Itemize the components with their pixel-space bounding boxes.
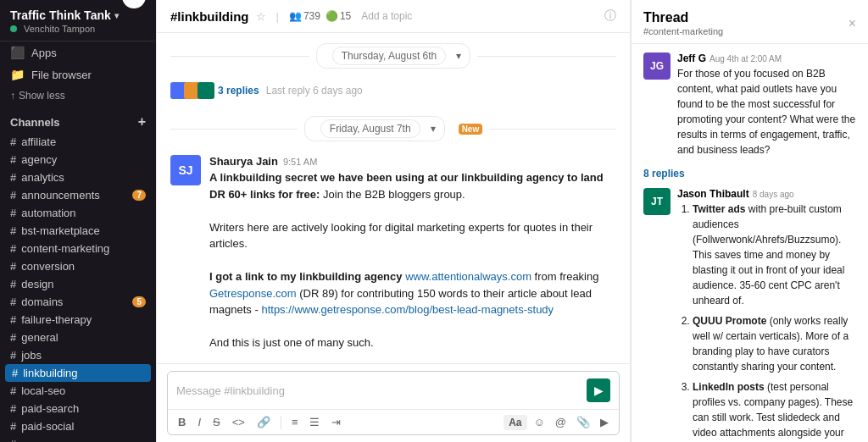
thread-reply-jason: JT Jason Thibault 8 days ago Twitter ads… — [643, 188, 856, 442]
sidebar-item-content-marketing[interactable]: #content-marketing — [0, 240, 156, 257]
link-getresponse-blog[interactable]: https://www.getresponse.com/blog/best-le… — [261, 303, 554, 316]
star-icon[interactable]: ☆ — [256, 10, 266, 23]
header-divider: | — [276, 10, 279, 23]
avatar-shaurya: SJ — [170, 155, 201, 185]
thread-msg-meta: Jason Thibault 8 days ago — [677, 188, 856, 200]
send-button[interactable]: ▶ — [587, 378, 610, 402]
reply-time: Last reply 6 days ago — [266, 85, 363, 97]
compose-button[interactable]: ✏ — [122, 0, 146, 8]
sidebar-item-announcements[interactable]: #announcements 7 — [0, 186, 156, 204]
info-icon[interactable]: ⓘ — [604, 8, 616, 24]
italic-button[interactable]: I — [194, 413, 204, 431]
channels-header: Channels + — [0, 106, 156, 133]
thread-text: For those of you focused on B2B content,… — [677, 66, 856, 157]
people-icon: 👥 — [289, 10, 302, 22]
sidebar-item-failure-therapy[interactable]: #failure-therapy — [0, 311, 156, 329]
sidebar-item-jobs[interactable]: #jobs — [0, 346, 156, 364]
emoji-button[interactable]: ☺ — [531, 413, 548, 431]
link-attentionalways[interactable]: www.attentionalways.com — [405, 270, 531, 283]
thread-header: Thread #content-marketing × — [632, 0, 868, 44]
sidebar-item-domains[interactable]: #domains 5 — [0, 293, 156, 311]
sidebar-item-design[interactable]: #design — [0, 275, 156, 293]
day-label-fri[interactable]: Friday, August 7th ▾ — [304, 116, 445, 141]
arrow-up-icon: ↑ — [10, 90, 15, 102]
thread-msg-body: Jason Thibault 8 days ago Twitter ads wi… — [677, 188, 856, 442]
thread-author: Jason Thibault — [677, 188, 749, 200]
sidebar-nav-files[interactable]: 📁 File browser — [0, 64, 156, 86]
strikethrough-button[interactable]: S — [209, 413, 224, 431]
thread-author: Jeff G — [677, 52, 706, 64]
online-icon: 🟢 — [326, 10, 338, 22]
chat-messages: Thursday, August 6th ▾ 3 replies Last re… — [157, 33, 630, 363]
sidebar-item-automation[interactable]: #automation — [0, 204, 156, 222]
bold-button[interactable]: B — [175, 413, 189, 431]
sidebar-item-conversion[interactable]: #conversion — [0, 257, 156, 275]
thread-messages: JG Jeff G Aug 4th at 2:00 AM For those o… — [632, 44, 868, 442]
show-less-button[interactable]: ↑ Show less — [0, 86, 156, 106]
sidebar-item-general[interactable]: #general — [0, 329, 156, 346]
file-icon: 📁 — [10, 68, 25, 81]
sidebar-item-affiliate[interactable]: #affiliate — [0, 133, 156, 151]
thread-time: Aug 4th at 2:00 AM — [709, 54, 782, 64]
ol-button[interactable]: ≡ — [288, 413, 302, 431]
chat-input-area: Message #linkbuilding ▶ B I S <> 🔗 ≡ ☰ ⇥… — [157, 363, 630, 442]
reply-preview: 3 replies Last reply 6 days ago — [157, 79, 630, 106]
message-input[interactable]: Message #linkbuilding — [176, 384, 581, 397]
thread-close-button[interactable]: × — [849, 16, 856, 31]
thread-msg-meta: Jeff G Aug 4th at 2:00 AM — [677, 52, 856, 64]
workspace-name[interactable]: Traffic Think Tank ▾ — [10, 8, 119, 22]
thread-channel: #content-marketing — [643, 26, 723, 36]
add-topic-button[interactable]: Add a topic — [361, 10, 412, 22]
day-divider-thu: Thursday, August 6th ▾ — [157, 33, 630, 79]
thread-msg-body: Jeff G Aug 4th at 2:00 AM For those of y… — [677, 52, 856, 157]
message-time: 9:51 AM — [283, 157, 317, 167]
avatar-jason: JT — [643, 188, 670, 215]
indent-button[interactable]: ⇥ — [328, 413, 344, 431]
code-button[interactable]: <> — [229, 413, 248, 431]
add-channel-button[interactable]: + — [138, 114, 146, 130]
message-input-box: Message #linkbuilding ▶ B I S <> 🔗 ≡ ☰ ⇥… — [167, 371, 620, 435]
status-dot — [10, 25, 17, 32]
day-divider-fri: Friday, August 7th ▾ New — [157, 106, 630, 152]
thread-replies-count: 8 replies — [643, 168, 856, 180]
announcements-badge: 7 — [132, 190, 146, 201]
sidebar-item-qa[interactable]: #qa — [0, 435, 156, 442]
sidebar-item-paid-social[interactable]: #paid-social — [0, 417, 156, 435]
thread-text: Twitter ads with pre-built custom audien… — [677, 202, 856, 442]
sidebar-item-linkbuilding[interactable]: #linkbuilding — [5, 364, 151, 382]
apps-icon: ⬛ — [10, 46, 25, 59]
sidebar: Traffic Think Tank ▾ Venchito Tampon ✏ ⬛… — [0, 0, 156, 442]
ul-button[interactable]: ☰ — [306, 413, 323, 431]
message-author: Shaurya Jain — [209, 155, 278, 168]
thread-header-text: Thread #content-marketing — [643, 10, 723, 36]
thread-title: Thread — [643, 10, 723, 25]
replies-link[interactable]: 3 replies — [218, 85, 259, 97]
avatar — [198, 82, 214, 99]
link-getresponse[interactable]: Getresponse.com — [209, 287, 297, 300]
thread-panel: Thread #content-marketing × JG Jeff G Au… — [631, 0, 868, 442]
sidebar-nav-apps[interactable]: ⬛ Apps — [0, 41, 156, 64]
day-label-thu[interactable]: Thursday, August 6th ▾ — [316, 43, 471, 69]
sidebar-item-agency[interactable]: #agency — [0, 151, 156, 169]
link-button[interactable]: 🔗 — [253, 413, 274, 431]
username: Venchito Tampon — [10, 24, 119, 34]
sidebar-item-bst-marketplace[interactable]: #bst-marketplace — [0, 222, 156, 240]
chat-channel-title: #linkbuilding — [170, 9, 249, 24]
chat-header: #linkbuilding ☆ | 👥 739 🟢 15 Add a topic… — [157, 0, 630, 33]
sidebar-item-analytics[interactable]: #analytics — [0, 169, 156, 186]
format-button[interactable]: Aa — [504, 415, 526, 430]
chevron-down-icon: ▾ — [114, 11, 119, 20]
mention-button[interactable]: @ — [552, 413, 570, 431]
attach-button[interactable]: 📎 — [573, 413, 593, 431]
more-button[interactable]: ▶ — [597, 413, 612, 431]
message-text: A linkbuilding secret we have been using… — [209, 169, 616, 363]
sidebar-item-paid-search[interactable]: #paid-search — [0, 400, 156, 417]
main-chat: #linkbuilding ☆ | 👥 739 🟢 15 Add a topic… — [156, 0, 631, 442]
message-row-shaurya: SJ Shaurya Jain 9:51 AM A linkbuilding s… — [157, 152, 630, 363]
toolbar-divider — [281, 416, 281, 429]
domains-badge: 5 — [132, 296, 146, 307]
sidebar-item-local-seo[interactable]: #local-seo — [0, 382, 156, 400]
message-body-shaurya: Shaurya Jain 9:51 AM A linkbuilding secr… — [209, 155, 616, 363]
message-meta: Shaurya Jain 9:51 AM — [209, 155, 616, 168]
reply-avatars — [170, 82, 211, 99]
